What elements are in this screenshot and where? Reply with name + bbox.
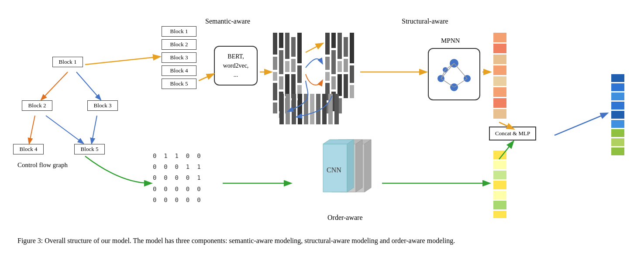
svg-rect-22 [325, 33, 330, 55]
svg-rect-35 [344, 37, 348, 57]
bert-box: BERT,word2vec,... [214, 46, 258, 86]
svg-rect-95 [611, 147, 624, 155]
caption: Figure 3: Overall structure of our model… [17, 236, 629, 246]
label-semantic: Semantic-aware [205, 17, 250, 25]
svg-rect-37 [344, 74, 348, 98]
svg-rect-49 [328, 94, 333, 124]
mpnn-graph-svg [432, 55, 476, 94]
svg-rect-0 [273, 33, 277, 55]
svg-rect-4 [273, 103, 277, 113]
order-output-stack [491, 151, 509, 218]
svg-rect-87 [611, 74, 624, 82]
matrix: 0 1 1 0 0 0 0 0 1 1 0 0 0 0 1 0 0 0 0 0 … [153, 151, 201, 206]
svg-rect-82 [493, 171, 506, 179]
svg-rect-78 [493, 98, 506, 108]
svg-rect-5 [279, 33, 283, 48]
mpnn-label: MPNN [441, 37, 460, 45]
svg-rect-42 [286, 94, 290, 124]
emb-bottom [279, 94, 341, 129]
svg-rect-72 [493, 33, 506, 42]
svg-rect-2 [273, 72, 277, 81]
svg-rect-36 [344, 59, 348, 72]
svg-rect-6 [279, 50, 283, 74]
svg-rect-94 [611, 138, 624, 146]
svg-rect-29 [331, 76, 336, 89]
svg-rect-88 [611, 83, 624, 91]
svg-rect-86 [493, 211, 506, 218]
svg-rect-81 [493, 161, 506, 169]
svg-rect-89 [611, 92, 624, 100]
final-output-stack [609, 74, 627, 161]
svg-rect-7 [279, 76, 283, 89]
svg-rect-14 [291, 37, 296, 57]
svg-rect-46 [310, 94, 314, 124]
svg-rect-80 [493, 151, 506, 159]
svg-rect-85 [493, 201, 506, 209]
svg-rect-47 [316, 94, 320, 124]
cfg-block-3: Block 3 [87, 100, 118, 111]
svg-rect-48 [322, 94, 327, 124]
svg-rect-10 [285, 33, 289, 59]
svg-rect-23 [325, 57, 330, 70]
svg-rect-50 [334, 94, 339, 124]
svg-line-58 [441, 79, 454, 87]
label-structural: Structural-aware [402, 17, 448, 25]
svg-rect-91 [611, 111, 624, 119]
svg-line-57 [454, 63, 467, 79]
block-list-2: Block 2 [162, 39, 196, 50]
svg-rect-76 [493, 76, 506, 86]
svg-rect-84 [493, 191, 506, 199]
svg-text:CNN: CNN [327, 166, 341, 174]
svg-rect-74 [493, 55, 506, 64]
cfg-label: Control flow graph [17, 161, 68, 169]
svg-rect-11 [285, 61, 289, 72]
label-order: Order-aware [327, 214, 363, 222]
svg-rect-38 [350, 33, 354, 63]
cfg-block-2: Block 2 [22, 100, 52, 111]
svg-rect-19 [297, 65, 302, 83]
svg-marker-64 [365, 140, 371, 192]
block-list-4: Block 4 [162, 65, 196, 76]
cfg-block-5: Block 5 [74, 144, 105, 154]
svg-rect-3 [273, 83, 277, 100]
main-container: { "caption": "Figure 3: Overall structur… [0, 0, 644, 274]
block-list-5: Block 5 [162, 79, 196, 89]
svg-rect-83 [493, 181, 506, 189]
svg-rect-31 [337, 33, 342, 59]
svg-rect-1 [273, 57, 277, 70]
svg-rect-41 [279, 94, 284, 124]
mpnn-box [428, 48, 480, 100]
svg-rect-15 [291, 59, 296, 72]
svg-rect-27 [331, 33, 336, 48]
svg-rect-93 [611, 129, 624, 137]
block-list: Block 1 Block 2 Block 3 Block 4 Block 5 [162, 26, 196, 92]
svg-rect-32 [337, 61, 342, 72]
block-list-1: Block 1 [162, 26, 196, 37]
svg-rect-79 [493, 109, 506, 119]
svg-marker-70 [347, 140, 354, 192]
svg-rect-73 [493, 44, 506, 53]
svg-rect-40 [350, 85, 354, 98]
svg-marker-67 [356, 140, 362, 192]
svg-line-59 [454, 79, 467, 87]
svg-rect-44 [298, 94, 302, 124]
concat-mlp-box: Concat & MLP [489, 127, 536, 140]
semantic-output-stack [491, 33, 509, 120]
svg-rect-90 [611, 102, 624, 110]
block-list-3: Block 3 [162, 52, 196, 63]
svg-rect-43 [292, 94, 296, 124]
svg-rect-75 [493, 65, 506, 75]
svg-rect-92 [611, 120, 624, 128]
svg-rect-28 [331, 50, 336, 74]
diagram-area: Semantic-aware Structural-aware Order-aw… [0, 0, 644, 231]
svg-rect-39 [350, 65, 354, 83]
svg-rect-45 [304, 94, 308, 124]
cfg-block-1: Block 1 [52, 57, 83, 67]
svg-rect-18 [297, 33, 302, 63]
svg-rect-12 [285, 74, 289, 96]
svg-rect-77 [493, 87, 506, 97]
cnn-layers-svg: CNN [293, 135, 380, 205]
cfg-block-4: Block 4 [13, 144, 44, 154]
svg-line-56 [441, 63, 454, 79]
svg-rect-24 [325, 72, 330, 81]
